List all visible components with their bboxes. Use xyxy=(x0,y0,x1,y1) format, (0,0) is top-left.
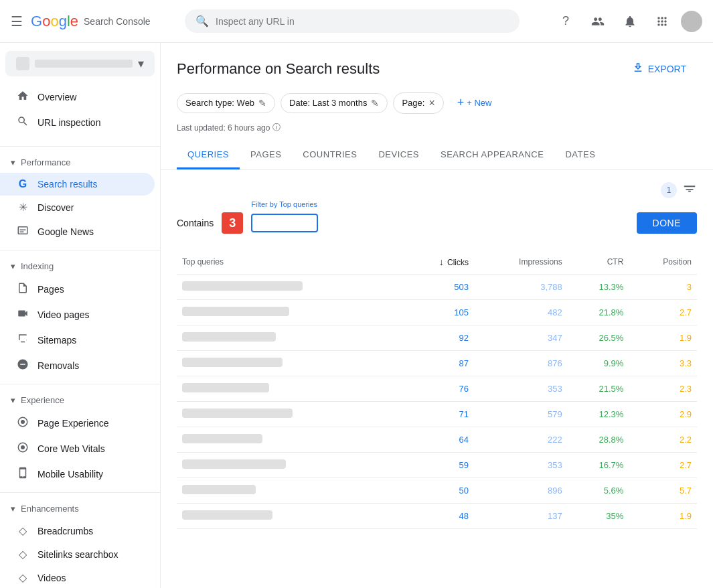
clicks-cell: 105 xyxy=(404,300,474,325)
filter-options-icon[interactable] xyxy=(682,181,697,199)
sidebar-item-sitelinks-searchbox[interactable]: ◇ Sitelinks searchbox xyxy=(0,542,155,566)
sidebar-item-mobile-usability[interactable]: Mobile Usability xyxy=(0,461,155,487)
search-bar: 🔍 xyxy=(185,9,520,33)
group-label: Performance xyxy=(21,157,70,167)
query-cell xyxy=(177,300,404,325)
search-input[interactable] xyxy=(216,16,509,27)
sidebar-item-search-results[interactable]: G Search results xyxy=(0,173,155,196)
table-row[interactable]: 87 876 9.9% 3.3 xyxy=(177,351,697,376)
property-selector[interactable]: ▾ xyxy=(5,51,155,76)
google-g-icon: G xyxy=(16,178,29,190)
search-icon xyxy=(16,115,29,130)
logo-o2: o xyxy=(50,13,58,29)
sidebar-group-experience[interactable]: ▾ Experience xyxy=(0,390,160,411)
add-filter-button[interactable]: + + New xyxy=(449,92,500,114)
filter-label: Search type: Web xyxy=(185,98,254,108)
sidebar-group-performance[interactable]: ▾ Performance xyxy=(0,152,160,173)
sidebar-item-google-news[interactable]: Google News xyxy=(0,219,155,244)
position-cell: 2.3 xyxy=(629,376,697,402)
page-filter[interactable]: Page: × xyxy=(393,92,443,114)
new-label: + New xyxy=(467,98,491,108)
notifications-button[interactable] xyxy=(617,8,643,35)
ctr-cell: 5.6% xyxy=(568,478,629,504)
table-row[interactable]: 105 482 21.8% 2.7 xyxy=(177,300,697,325)
edit-icon: ✎ xyxy=(258,98,266,108)
sidebar-item-videos[interactable]: ◇ Videos xyxy=(0,566,155,588)
clicks-cell: 59 xyxy=(404,453,474,478)
sidebar-item-sitemaps[interactable]: Sitemaps xyxy=(0,327,155,353)
col-position[interactable]: Position xyxy=(629,250,697,275)
logo-g: G xyxy=(31,13,42,29)
sidebar-item-core-web-vitals[interactable]: Core Web Vitals xyxy=(0,436,155,461)
avatar[interactable] xyxy=(681,11,702,32)
tab-queries[interactable]: QUERIES xyxy=(177,141,240,169)
sidebar-item-removals[interactable]: Removals xyxy=(0,353,155,378)
clicks-cell: 503 xyxy=(404,275,474,300)
table-row[interactable]: 64 222 28.8% 2.2 xyxy=(177,427,697,453)
logo-e: e xyxy=(70,13,78,29)
logo-product: Search Console xyxy=(84,16,151,27)
people-button[interactable] xyxy=(584,8,611,35)
mobile-icon xyxy=(16,467,29,482)
sidebar-item-label: Sitelinks searchbox xyxy=(37,549,118,560)
filter-text-input[interactable] xyxy=(251,214,318,232)
position-cell: 3 xyxy=(629,275,697,300)
topbar-left: ☰ Google Search Console xyxy=(11,13,171,30)
table-row[interactable]: 76 353 21.5% 2.3 xyxy=(177,376,697,402)
sidebar-item-pages[interactable]: Pages xyxy=(0,277,155,302)
col-ctr[interactable]: CTR xyxy=(568,250,629,275)
table-row[interactable]: 71 579 12.3% 2.9 xyxy=(177,402,697,427)
hamburger-icon[interactable]: ☰ xyxy=(11,13,23,29)
table-row[interactable]: 59 353 16.7% 2.7 xyxy=(177,453,697,478)
topbar-actions: ? xyxy=(552,8,702,35)
sidebar-item-breadcrumbs[interactable]: ◇ Breadcrumbs xyxy=(0,519,155,542)
divider xyxy=(0,146,160,147)
table-row[interactable]: 48 137 35% 1.9 xyxy=(177,504,697,529)
tab-devices[interactable]: DEVICES xyxy=(368,141,430,169)
tab-countries[interactable]: COUNTRIES xyxy=(292,141,368,169)
sidebar-item-video-pages[interactable]: Video pages xyxy=(0,302,155,327)
discover-icon: ✳ xyxy=(16,201,29,214)
sidebar-item-label: Breadcrumbs xyxy=(37,526,93,536)
divider xyxy=(0,384,160,384)
close-icon[interactable]: × xyxy=(428,97,434,109)
sidebar-item-page-experience[interactable]: Page Experience xyxy=(0,411,155,436)
divider xyxy=(0,250,160,250)
sidebar-item-label: Video pages xyxy=(37,309,90,320)
group-label: Experience xyxy=(21,395,64,405)
page-title: Performance on Search results xyxy=(177,60,380,78)
filter-number-badge: 3 xyxy=(222,212,243,234)
collapse-icon: ▾ xyxy=(11,261,15,271)
table-row[interactable]: 92 347 26.5% 1.9 xyxy=(177,325,697,351)
col-queries: Top queries xyxy=(177,250,404,275)
experience-icon xyxy=(16,416,29,431)
ctr-cell: 16.7% xyxy=(568,453,629,478)
position-cell: 2.7 xyxy=(629,453,697,478)
clicks-cell: 64 xyxy=(404,427,474,453)
table-header-row: Top queries ↓ Clicks Impressions CTR Pos… xyxy=(177,250,697,275)
tab-search-appearance[interactable]: SEARCH APPEARANCE xyxy=(430,141,554,169)
sidebar-item-discover[interactable]: ✳ Discover xyxy=(0,196,155,219)
sidebar-item-overview[interactable]: Overview xyxy=(0,84,155,110)
sidebar-group-indexing[interactable]: ▾ Indexing xyxy=(0,256,160,277)
table-row[interactable]: 503 3,788 13.3% 3 xyxy=(177,275,697,300)
tab-dates[interactable]: DATES xyxy=(554,141,606,169)
export-button[interactable]: EXPORT xyxy=(621,56,697,81)
sidebar-group-enhancements[interactable]: ▾ Enhancements xyxy=(0,498,160,519)
col-clicks[interactable]: ↓ Clicks xyxy=(404,250,474,275)
home-icon xyxy=(16,90,29,104)
sitelinks-icon: ◇ xyxy=(16,548,29,561)
filter-label: Date: Last 3 months xyxy=(289,98,367,108)
apps-button[interactable] xyxy=(649,8,676,35)
tab-pages[interactable]: PAGES xyxy=(240,141,292,169)
table-row[interactable]: 50 896 5.6% 5.7 xyxy=(177,478,697,504)
sidebar-item-url-inspection[interactable]: URL inspection xyxy=(0,110,155,135)
date-filter[interactable]: Date: Last 3 months ✎ xyxy=(281,93,388,113)
search-type-filter[interactable]: Search type: Web ✎ xyxy=(177,93,275,113)
help-button[interactable]: ? xyxy=(552,8,579,35)
done-button[interactable]: DONE xyxy=(637,212,697,234)
col-impressions[interactable]: Impressions xyxy=(474,250,568,275)
sitemap-icon xyxy=(16,333,29,348)
table-toolbar: 1 xyxy=(177,181,697,199)
impressions-cell: 353 xyxy=(474,453,568,478)
